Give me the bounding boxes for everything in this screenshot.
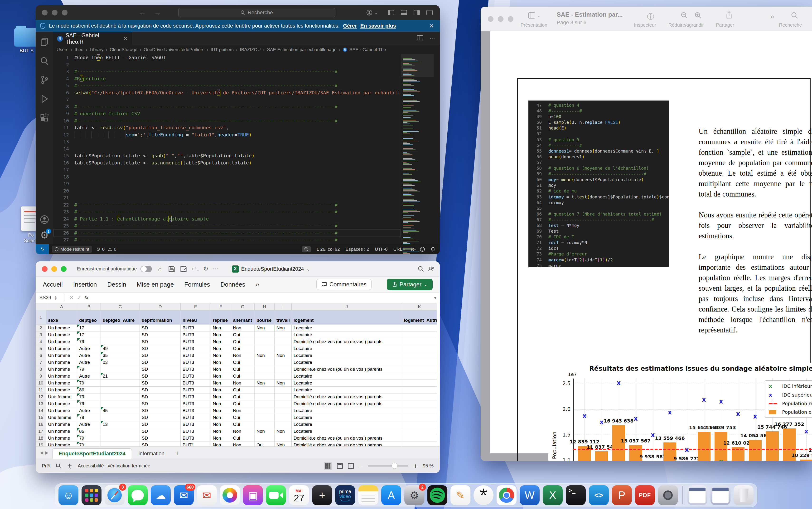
add-sheet-button[interactable]: + (171, 447, 183, 459)
cell-H7[interactable] (255, 359, 275, 366)
cell-J16[interactable]: Locataire (292, 421, 402, 428)
cell-F12[interactable]: Non (211, 394, 231, 400)
code-line[interactable]: 14 (53, 145, 401, 152)
breadcrumb-item[interactable]: IUT poitiers (211, 47, 234, 52)
cell-B16[interactable]: Autre (77, 421, 101, 428)
undo-icon[interactable]: ↩⌄ (191, 265, 199, 273)
source-control-icon[interactable] (40, 75, 49, 84)
messages-dock-icon[interactable] (128, 485, 147, 505)
code-line[interactable]: 9# ouverture fichier CSV (53, 110, 401, 117)
cell-J2[interactable]: Locataire (292, 325, 402, 332)
cell-H5[interactable] (255, 345, 275, 352)
inspector-button[interactable]: ⓘ (647, 12, 654, 22)
cell-A10[interactable]: Un homme (46, 380, 77, 386)
cell-J10[interactable]: Locataire (292, 380, 402, 386)
row-header-9[interactable]: 9 (36, 373, 46, 380)
row-header-1[interactable]: 1 (36, 310, 46, 325)
cell-F5[interactable]: Non (211, 345, 231, 352)
cell-I14[interactable] (275, 407, 292, 414)
cell-G14[interactable]: Non (231, 407, 255, 414)
cell-B5[interactable]: Autre (77, 345, 101, 352)
excel-dock-icon[interactable]: X (543, 485, 563, 505)
cell-A3[interactable]: Un homme (46, 332, 77, 338)
cell-F19[interactable]: Non (211, 442, 231, 446)
cell-B3[interactable]: 17 (77, 332, 101, 338)
cell-K13[interactable] (402, 400, 437, 407)
code-line[interactable]: 3#--------------------------------------… (53, 68, 401, 75)
ribbon-tab-formules[interactable]: Formules (184, 281, 210, 288)
cell-I2[interactable]: Non (275, 325, 292, 332)
cell-E3[interactable]: BUT3 (181, 332, 211, 338)
cell-J1[interactable]: logement (292, 310, 402, 325)
cell-J14[interactable]: Locataire (292, 407, 402, 414)
sheet-prev-icon[interactable]: ◀ (40, 450, 43, 455)
close-button[interactable] (488, 16, 494, 22)
save-as-icon[interactable] (179, 265, 188, 273)
column-header-D[interactable]: D (140, 303, 181, 310)
row-header-6[interactable]: 6 (36, 352, 46, 359)
cell-D12[interactable]: SD (140, 394, 181, 400)
ribbon-tab-accueil[interactable]: Accueil (43, 281, 63, 288)
cell-F9[interactable]: Non (211, 373, 231, 380)
cell-I16[interactable] (275, 421, 292, 428)
cell-B19[interactable]: 79 (77, 442, 101, 446)
home-icon[interactable]: ⌂ (156, 265, 164, 273)
cell-B6[interactable]: Autre (77, 352, 101, 359)
cell-D17[interactable]: SD (140, 428, 181, 435)
cell-C4[interactable] (101, 338, 140, 345)
cell-D11[interactable]: SD (140, 386, 181, 394)
cell-H10[interactable]: Non (255, 380, 275, 386)
column-header-E[interactable]: E (181, 303, 211, 310)
cell-J17[interactable]: Locataire (292, 428, 402, 435)
minimize-button[interactable] (52, 10, 58, 15)
cell-J11[interactable]: Locataire (292, 386, 402, 394)
code-line[interactable]: 20 (53, 188, 401, 195)
cell-K3[interactable] (402, 332, 437, 338)
cell-C14[interactable]: 45 (101, 407, 140, 414)
cell-G17[interactable]: Non (231, 428, 255, 435)
code-line[interactable]: 22#-------------------------------------… (53, 202, 401, 209)
breadcrumb-item[interactable]: Users (57, 47, 68, 52)
ribbon-tab-donn-es[interactable]: Données (221, 281, 245, 288)
ribbon-tab-dessin[interactable]: Dessin (107, 281, 126, 288)
cell-I13[interactable] (275, 400, 292, 407)
terminal-dock-icon[interactable]: >_ (566, 485, 586, 505)
cell-F18[interactable]: Non (211, 435, 231, 442)
minimized-window-1-dock-icon[interactable] (687, 485, 707, 505)
banner-close-icon[interactable]: ✕ (429, 22, 434, 30)
breadcrumb-item[interactable]: SAE - Gabriel The (349, 47, 386, 52)
cell-D9[interactable]: SD (140, 373, 181, 380)
cell-K4[interactable] (402, 338, 437, 345)
ribbon-tab-mise-en-page[interactable]: Mise en page (137, 281, 174, 288)
tab-close-icon[interactable]: ✕ (123, 35, 128, 42)
toggle-panel-right-icon[interactable] (414, 10, 420, 15)
cell-E18[interactable]: BUT3 (181, 435, 211, 442)
tab-sae-gabriel-theo[interactable]: R SAE - Gabriel Theo.R ✕ (53, 32, 132, 45)
cursor-position[interactable]: L 26, col 92 (317, 247, 340, 252)
cell-K18[interactable] (402, 435, 437, 442)
cell-G2[interactable]: Non (231, 325, 255, 332)
cell-B18[interactable]: 79 (77, 435, 101, 442)
cell-D10[interactable]: SD (140, 380, 181, 386)
cell-J13[interactable]: Domicilié.e chez vos (ou un de vos ) par… (292, 400, 402, 407)
command-center-search[interactable]: Recherche (178, 8, 335, 18)
cell-F17[interactable]: Non (211, 428, 231, 435)
minimized-window-2-dock-icon[interactable] (710, 485, 731, 505)
cell-K15[interactable] (402, 414, 437, 421)
extensions-icon[interactable] (40, 113, 49, 123)
prime-video-dock-icon[interactable]: primevideo (335, 485, 355, 505)
toggle-panel-left-icon[interactable] (388, 10, 394, 15)
zoom-level[interactable]: 95 % (422, 463, 434, 469)
cell-I9[interactable] (275, 373, 292, 380)
cell-G5[interactable]: Oui (231, 345, 255, 352)
accessibility-status[interactable]: Accessibilité : vérification terminée (78, 463, 150, 469)
breadcrumb-item[interactable]: IBAZIZOU (240, 47, 261, 52)
cell-B17[interactable]: 86 (77, 428, 101, 435)
cell-G16[interactable]: Oui (231, 421, 255, 428)
cell-H11[interactable] (255, 386, 275, 394)
cell-E16[interactable]: BUT3 (181, 421, 211, 428)
row-header-16[interactable]: 16 (36, 421, 46, 428)
mail-alt-dock-icon[interactable]: ✉ (197, 485, 217, 505)
back-button[interactable]: ← (139, 8, 146, 16)
code-line[interactable]: 16table$Population.totale <- as.numeric(… (53, 160, 401, 167)
